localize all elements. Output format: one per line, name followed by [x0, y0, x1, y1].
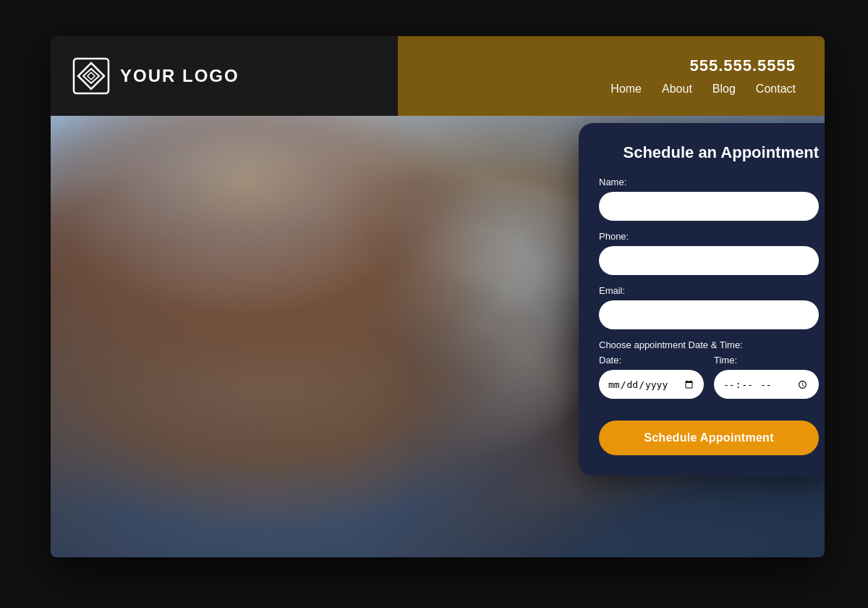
page-wrapper: YOUR LOGO 555.555.5555 Home About Blog C… — [0, 0, 868, 608]
name-label: Name: — [599, 177, 819, 187]
nav-blog[interactable]: Blog — [712, 83, 736, 96]
email-label: Email: — [599, 285, 819, 296]
phone-label: Phone: — [599, 231, 819, 242]
svg-marker-3 — [88, 72, 95, 80]
email-input[interactable] — [599, 300, 819, 329]
logo-text: YOUR LOGO — [120, 66, 239, 86]
phone-number[interactable]: 555.555.5555 — [689, 56, 796, 75]
card-title: Schedule an Appointment — [599, 143, 819, 162]
svg-marker-2 — [83, 69, 99, 83]
svg-marker-1 — [78, 63, 104, 89]
site-container: YOUR LOGO 555.555.5555 Home About Blog C… — [51, 36, 825, 557]
time-col: Time: — [714, 355, 819, 399]
logo-area: YOUR LOGO — [72, 57, 239, 95]
header-right: 555.555.5555 Home About Blog Contact — [398, 36, 825, 116]
datetime-label: Choose appointment Date & Time: — [599, 339, 819, 350]
name-input[interactable] — [599, 192, 819, 221]
time-input[interactable] — [714, 370, 819, 399]
name-field-group: Name: — [599, 177, 819, 221]
nav-contact[interactable]: Contact — [756, 83, 796, 96]
header-left: YOUR LOGO — [51, 36, 398, 116]
phone-input[interactable] — [599, 246, 819, 275]
date-col: Date: — [599, 355, 704, 399]
hero-section: Schedule an Appointment Name: Phone: Ema… — [51, 116, 825, 557]
phone-field-group: Phone: — [599, 231, 819, 275]
email-field-group: Email: — [599, 285, 819, 329]
appointment-card: Schedule an Appointment Name: Phone: Ema… — [579, 123, 825, 476]
nav-home[interactable]: Home — [610, 83, 642, 96]
schedule-appointment-button[interactable]: Schedule Appointment — [599, 421, 819, 455]
logo-icon — [72, 57, 110, 95]
site-header: YOUR LOGO 555.555.5555 Home About Blog C… — [51, 36, 825, 116]
date-label: Date: — [599, 355, 704, 366]
datetime-row: Date: Time: — [599, 355, 819, 399]
datetime-section: Choose appointment Date & Time: Date: Ti… — [599, 339, 819, 399]
time-label: Time: — [714, 355, 819, 366]
nav-links: Home About Blog Contact — [610, 83, 796, 96]
nav-about[interactable]: About — [662, 83, 692, 96]
date-input[interactable] — [599, 370, 704, 399]
